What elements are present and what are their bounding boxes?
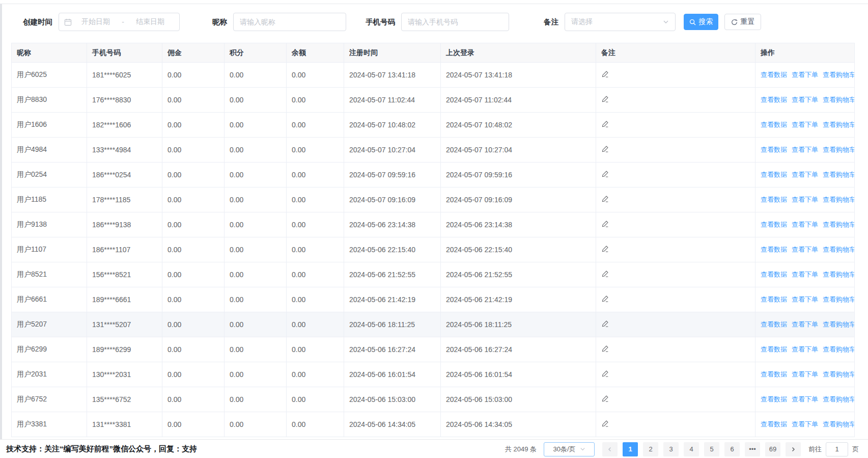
view-orders-link[interactable]: 查看下单: [792, 271, 818, 278]
edit-remark-icon[interactable]: [601, 270, 609, 279]
view-data-link[interactable]: 查看数据: [761, 345, 787, 353]
edit-remark-icon[interactable]: [601, 195, 609, 204]
view-data-link[interactable]: 查看数据: [761, 370, 787, 378]
view-data-link[interactable]: 查看数据: [761, 320, 787, 328]
view-orders-link[interactable]: 查看下单: [792, 96, 818, 103]
page-button-5[interactable]: 5: [704, 442, 719, 456]
footer-bar: 技术支持：关注“编写美好前程”微信公众号，回复：支持 共 2049 条 30条/…: [0, 439, 868, 458]
edit-remark-icon[interactable]: [601, 320, 609, 329]
view-cart-link[interactable]: 查看购物车: [823, 96, 855, 103]
cell-register_time: 2024-05-07 13:41:18: [344, 63, 441, 88]
pagination: 共 2049 条 30条/页 123456•••69 前往 页: [505, 440, 859, 458]
create-time-label: 创建时间: [23, 17, 52, 27]
view-cart-link[interactable]: 查看购物车: [823, 320, 855, 328]
edit-remark-icon[interactable]: [601, 345, 609, 354]
view-orders-link[interactable]: 查看下单: [792, 370, 818, 378]
view-orders-link[interactable]: 查看下单: [792, 221, 818, 228]
next-page-button[interactable]: [786, 442, 801, 456]
phone-input[interactable]: [402, 13, 509, 31]
table-row: 用户1107186****11070.000.000.002024-05-06 …: [12, 237, 855, 262]
edit-remark-icon[interactable]: [601, 170, 609, 179]
cell-last_login: 2024-05-06 16:01:54: [441, 362, 596, 387]
page-button-1[interactable]: 1: [623, 442, 638, 456]
view-cart-link[interactable]: 查看购物车: [823, 370, 855, 378]
view-orders-link[interactable]: 查看下单: [792, 246, 818, 253]
cell-register_time: 2024-05-07 10:27:04: [344, 138, 441, 163]
view-orders-link[interactable]: 查看下单: [792, 71, 818, 78]
view-orders-link[interactable]: 查看下单: [792, 196, 818, 203]
page-button-69[interactable]: 69: [765, 442, 780, 456]
edit-remark-icon[interactable]: [601, 220, 609, 229]
view-data-link[interactable]: 查看数据: [761, 121, 787, 128]
view-data-link[interactable]: 查看数据: [761, 395, 787, 403]
cell-balance: 0.00: [287, 113, 344, 138]
search-button-label: 搜索: [699, 17, 713, 26]
view-orders-link[interactable]: 查看下单: [792, 146, 818, 153]
view-data-link[interactable]: 查看数据: [761, 196, 787, 203]
date-end-placeholder[interactable]: 结束日期: [126, 17, 174, 26]
view-data-link[interactable]: 查看数据: [761, 146, 787, 153]
edit-remark-icon[interactable]: [601, 370, 609, 379]
cell-actions: 查看数据查看下单查看购物车: [755, 362, 855, 387]
user-table: 昵称手机号码佣金积分余额注册时间上次登录备注操作 用户6025181****60…: [11, 43, 855, 437]
view-data-link[interactable]: 查看数据: [761, 246, 787, 253]
view-orders-link[interactable]: 查看下单: [792, 295, 818, 303]
view-cart-link[interactable]: 查看购物车: [823, 171, 855, 178]
page-button-6[interactable]: 6: [724, 442, 740, 456]
edit-remark-icon[interactable]: [601, 295, 609, 304]
view-cart-link[interactable]: 查看购物车: [823, 121, 855, 128]
edit-remark-icon[interactable]: [601, 420, 609, 429]
view-cart-link[interactable]: 查看购物车: [823, 246, 855, 253]
cell-nickname: 用户1107: [12, 237, 87, 262]
view-cart-link[interactable]: 查看购物车: [823, 271, 855, 278]
date-start-placeholder[interactable]: 开始日期: [72, 17, 120, 26]
cell-balance: 0.00: [287, 312, 344, 337]
view-cart-link[interactable]: 查看购物车: [823, 71, 855, 78]
page-button-3[interactable]: 3: [663, 442, 679, 456]
cell-register_time: 2024-05-06 15:03:00: [344, 387, 441, 412]
view-cart-link[interactable]: 查看购物车: [823, 395, 855, 403]
table-row: 用户6661189****66610.000.000.002024-05-06 …: [12, 287, 855, 312]
view-cart-link[interactable]: 查看购物车: [823, 295, 855, 303]
view-data-link[interactable]: 查看数据: [761, 271, 787, 278]
nickname-input[interactable]: [234, 13, 346, 31]
view-orders-link[interactable]: 查看下单: [792, 320, 818, 328]
page-button-2[interactable]: 2: [643, 442, 658, 456]
view-data-link[interactable]: 查看数据: [761, 171, 787, 178]
view-orders-link[interactable]: 查看下单: [792, 345, 818, 353]
remark-select[interactable]: 请选择: [565, 13, 676, 31]
view-data-link[interactable]: 查看数据: [761, 96, 787, 103]
cell-last_login: 2024-05-07 09:59:16: [441, 163, 596, 187]
edit-remark-icon[interactable]: [601, 245, 609, 254]
edit-remark-icon[interactable]: [601, 145, 609, 154]
prev-page-button[interactable]: [602, 442, 618, 456]
date-range-picker[interactable]: 开始日期 - 结束日期: [59, 13, 180, 31]
view-orders-link[interactable]: 查看下单: [792, 395, 818, 403]
edit-remark-icon[interactable]: [601, 120, 609, 129]
view-data-link[interactable]: 查看数据: [761, 221, 787, 228]
view-data-link[interactable]: 查看数据: [761, 295, 787, 303]
edit-remark-icon[interactable]: [601, 95, 609, 104]
view-cart-link[interactable]: 查看购物车: [823, 196, 855, 203]
more-pages-button[interactable]: •••: [745, 442, 760, 456]
cell-last_login: 2024-05-07 10:27:04: [441, 138, 596, 163]
reset-button[interactable]: 重置: [724, 14, 761, 30]
view-cart-link[interactable]: 查看购物车: [823, 345, 855, 353]
view-data-link[interactable]: 查看数据: [761, 71, 787, 78]
search-button[interactable]: 搜索: [684, 14, 718, 30]
view-cart-link[interactable]: 查看购物车: [823, 146, 855, 153]
view-data-link[interactable]: 查看数据: [761, 420, 787, 428]
view-orders-link[interactable]: 查看下单: [792, 121, 818, 128]
page-button-4[interactable]: 4: [684, 442, 699, 456]
edit-remark-icon[interactable]: [601, 395, 609, 404]
cell-actions: 查看数据查看下单查看购物车: [755, 187, 855, 212]
table-row: 用户8521156****85210.000.000.002024-05-06 …: [12, 262, 855, 287]
page-size-select[interactable]: 30条/页: [544, 442, 595, 456]
jump-page-input[interactable]: [826, 442, 848, 456]
edit-remark-icon[interactable]: [601, 70, 609, 79]
view-cart-link[interactable]: 查看购物车: [823, 420, 855, 428]
view-orders-link[interactable]: 查看下单: [792, 171, 818, 178]
cell-register_time: 2024-05-06 21:42:19: [344, 287, 441, 312]
view-cart-link[interactable]: 查看购物车: [823, 221, 855, 228]
view-orders-link[interactable]: 查看下单: [792, 420, 818, 428]
